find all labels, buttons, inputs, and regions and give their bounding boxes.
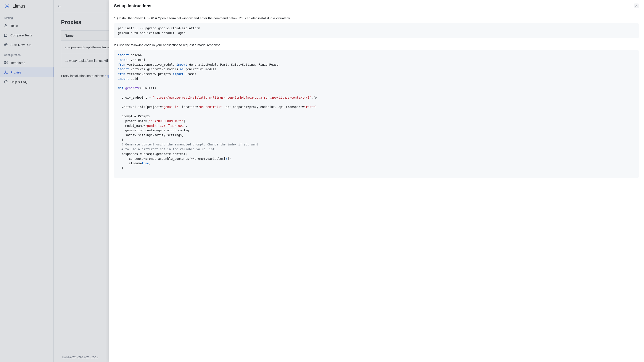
brand-name: Litmus xyxy=(12,4,25,9)
svg-rect-3 xyxy=(6,61,7,62)
play-circle-icon xyxy=(4,43,8,47)
modal-body: 1.) Install the Vertex AI SDK = Open a t… xyxy=(109,12,644,362)
close-icon xyxy=(635,4,638,7)
help-icon xyxy=(4,80,8,84)
svg-point-8 xyxy=(6,73,7,74)
install-code-block[interactable]: pip install --upgrade google-cloud-aipla… xyxy=(114,23,639,38)
sidebar-item-label: Proxies xyxy=(10,70,21,74)
sidebar-item-label: Help & FAQ xyxy=(10,80,28,84)
sidebar-item-label: Compare Tests xyxy=(10,33,32,37)
sidebar-item-label: Tests xyxy=(10,24,18,28)
collapse-sidebar-button[interactable] xyxy=(57,3,63,9)
flask-icon xyxy=(4,24,8,28)
svg-point-6 xyxy=(6,71,6,72)
grid-icon xyxy=(4,61,8,65)
section-configuration-label: Configuration xyxy=(0,49,54,58)
setup-instructions-modal: Set up instructions 1.) Install the Vert… xyxy=(109,0,644,362)
sidebar-item-proxies[interactable]: Proxies xyxy=(0,67,54,77)
modal-title: Set up instructions xyxy=(114,4,151,8)
brand-logo-icon xyxy=(4,4,10,9)
svg-point-1 xyxy=(4,43,7,46)
instructions-label: Proxy installation instructions: xyxy=(61,74,105,78)
sidebar-item-templates[interactable]: Templates xyxy=(0,58,54,67)
sidebar-item-help-faq[interactable]: Help & FAQ xyxy=(0,77,54,86)
svg-point-10 xyxy=(6,82,6,83)
modal-header: Set up instructions xyxy=(109,0,644,12)
chart-line-icon xyxy=(4,33,8,37)
sidebar-item-tests[interactable]: Tests xyxy=(0,21,54,30)
build-footer: build-2024-09-12-21-02-19 xyxy=(62,355,98,359)
network-icon xyxy=(4,70,8,74)
svg-rect-5 xyxy=(6,63,7,64)
sidebar: Litmus Testing Tests Compare Tests Start… xyxy=(0,0,54,362)
svg-rect-4 xyxy=(4,63,6,64)
section-testing-label: Testing xyxy=(0,12,54,21)
svg-point-0 xyxy=(6,6,8,7)
close-button[interactable] xyxy=(634,4,639,8)
sidebar-item-label: Templates xyxy=(10,61,25,65)
sidebar-item-compare-tests[interactable]: Compare Tests xyxy=(0,30,54,40)
sidebar-item-label: Start New Run xyxy=(10,43,32,47)
svg-point-7 xyxy=(4,73,5,74)
sidebar-item-start-new-run[interactable]: Start New Run xyxy=(0,40,54,49)
svg-rect-2 xyxy=(4,61,6,62)
step-2-text: 2.) Use the following code in your appli… xyxy=(114,43,639,47)
step-1-text: 1.) Install the Vertex AI SDK = Open a t… xyxy=(114,16,639,20)
usage-code-block[interactable]: import base64 import vertexai from verte… xyxy=(114,50,639,178)
brand: Litmus xyxy=(0,0,54,12)
panel-left-close-icon xyxy=(58,4,62,8)
